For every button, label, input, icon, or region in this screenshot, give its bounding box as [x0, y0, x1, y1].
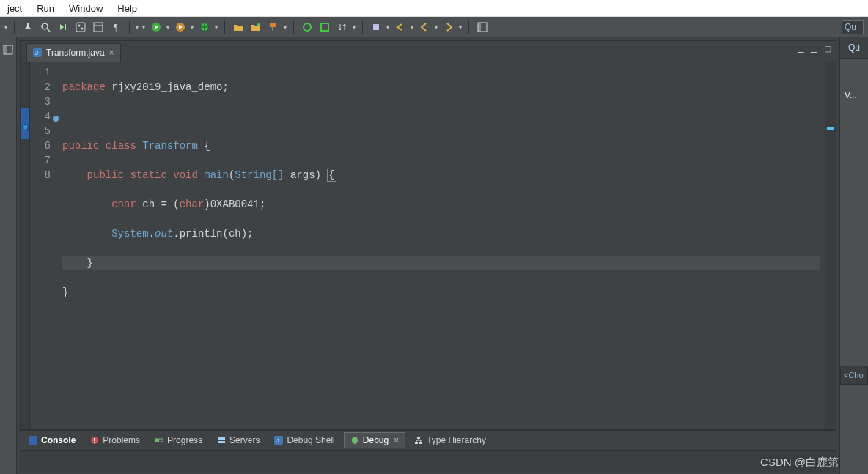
svg-rect-32 — [218, 437, 225, 440]
svg-text:J: J — [35, 50, 38, 56]
tab-label: Debug Shell — [287, 435, 334, 445]
menu-item-project[interactable]: ject — [0, 1, 29, 15]
chevron-down-icon[interactable]: ▾ — [3, 21, 8, 34]
java-file-icon: J — [33, 48, 42, 57]
forward-icon[interactable] — [441, 20, 456, 34]
chevron-down-icon[interactable]: ▾ — [282, 21, 287, 34]
view-label[interactable]: V... — [845, 90, 857, 100]
code-area[interactable]: package rjxy2019_java_demo; public class… — [55, 62, 825, 429]
svg-rect-37 — [417, 437, 420, 439]
menu-item-window[interactable]: Window — [62, 1, 110, 15]
left-trim — [0, 37, 17, 474]
tab-debug[interactable]: Debug × — [344, 432, 405, 448]
tab-label: Servers — [229, 435, 260, 445]
paint-icon[interactable] — [266, 20, 281, 34]
line-number-column: 1 2 3 4 5 6 7 8 — [30, 62, 55, 429]
debug-icon[interactable] — [197, 20, 212, 34]
wizard-icon[interactable] — [369, 20, 383, 34]
chevron-down-icon[interactable]: ▾ — [189, 21, 194, 34]
restore-view-icon[interactable] — [3, 45, 13, 55]
chevron-down-icon[interactable]: ▾ — [457, 21, 463, 34]
paragraph-icon[interactable]: ¶ — [108, 20, 123, 34]
circle-icon[interactable] — [300, 20, 315, 34]
line-number: 6 — [30, 138, 51, 153]
svg-rect-17 — [321, 23, 328, 31]
svg-rect-6 — [94, 23, 103, 32]
overview-ruler[interactable] — [825, 62, 836, 429]
svg-rect-28 — [94, 438, 95, 441]
chevron-down-icon[interactable]: ▾ — [213, 21, 218, 34]
back-icon[interactable] — [417, 20, 432, 34]
line-number: 3 — [30, 95, 51, 109]
menu-item-help[interactable]: Help — [110, 1, 144, 15]
editor-pane: J Transform.java × ▁ ▁ ▢ 1 2 — [20, 40, 836, 430]
progress-icon — [155, 436, 163, 445]
run-icon[interactable] — [149, 20, 163, 34]
line-number: 8 — [30, 168, 51, 182]
svg-rect-15 — [272, 27, 273, 31]
debug-shell-icon: J — [274, 436, 283, 445]
svg-rect-2 — [65, 24, 66, 30]
tab-debug-shell[interactable]: J Debug Shell — [268, 433, 340, 448]
tab-label: Progress — [167, 435, 202, 445]
quick-access[interactable]: Qu — [840, 37, 868, 59]
chevron-down-icon[interactable]: ▾ — [351, 21, 356, 34]
editor-body[interactable]: 1 2 3 4 5 6 7 8 package rjxy2019_java_de… — [21, 62, 836, 429]
svg-point-13 — [257, 23, 260, 26]
menu-item-run[interactable]: Run — [29, 1, 62, 15]
tab-type-hierarchy[interactable]: Type Hierarchy — [408, 433, 492, 448]
sort-icon[interactable] — [335, 20, 350, 34]
close-icon[interactable]: × — [109, 48, 114, 58]
close-icon[interactable]: × — [394, 435, 399, 445]
svg-rect-38 — [415, 442, 418, 444]
overview-mark — [827, 127, 834, 130]
tab-label: Console — [41, 435, 76, 445]
line-number: 4 — [30, 109, 51, 124]
folder-new-icon[interactable] — [249, 20, 263, 34]
tab-servers[interactable]: Servers — [211, 433, 265, 448]
tab-progress[interactable]: Progress — [149, 433, 208, 448]
layout-icon[interactable] — [91, 20, 106, 34]
chevron-down-icon[interactable]: ▾ — [141, 21, 146, 34]
servers-icon — [217, 436, 226, 445]
quick-search-input[interactable]: Qu — [842, 20, 864, 34]
pin-icon[interactable] — [21, 20, 35, 34]
svg-rect-26 — [29, 436, 37, 445]
svg-rect-18 — [373, 24, 379, 30]
folder-icon[interactable] — [231, 20, 246, 34]
editor-tab-transform[interactable]: J Transform.java × — [26, 43, 121, 62]
svg-point-16 — [304, 23, 311, 31]
chevron-down-icon[interactable]: ▾ — [134, 21, 139, 34]
chevron-down-icon[interactable]: ▾ — [409, 21, 414, 34]
bottom-panel-body[interactable] — [20, 451, 836, 472]
editor-tab-label: Transform.java — [46, 48, 105, 58]
maximize-icon[interactable]: ▢ — [824, 44, 831, 53]
chevron-down-icon[interactable]: ▾ — [385, 21, 390, 34]
min2-icon[interactable]: ▁ — [811, 44, 817, 53]
outline-dropdown[interactable]: <Cho — [840, 366, 868, 385]
run-last-icon[interactable] — [173, 20, 188, 34]
tab-console[interactable]: Console — [23, 433, 81, 448]
center-column: J Transform.java × ▁ ▁ ▢ 1 2 — [17, 37, 839, 474]
svg-point-4 — [78, 25, 81, 27]
chevron-down-icon[interactable]: ▾ — [165, 21, 170, 34]
skip-icon[interactable] — [56, 20, 70, 34]
editor-tabs: J Transform.java × ▁ ▁ ▢ — [21, 41, 836, 62]
tab-label: Problems — [103, 435, 140, 445]
main-toolbar: ▾ ¶ ▾ ▾ ▾ ▾ ▾ ▾ ▾ ▾ ▾ ▾ ▾ Qu — [0, 17, 868, 37]
svg-rect-22 — [4, 45, 7, 54]
chevron-down-icon[interactable]: ▾ — [433, 21, 438, 34]
breakpoints-icon[interactable] — [73, 20, 88, 34]
svg-rect-39 — [419, 442, 422, 444]
tab-problems[interactable]: Problems — [84, 433, 146, 448]
workbench-area: J Transform.java × ▁ ▁ ▢ 1 2 — [0, 37, 868, 474]
minimize-icon[interactable]: ▁ — [798, 44, 803, 53]
breakpoint-icon[interactable] — [22, 124, 29, 130]
svg-point-36 — [352, 437, 358, 444]
hierarchy-icon — [414, 436, 423, 445]
box-icon[interactable] — [317, 20, 332, 34]
tab-label: Debug — [363, 435, 389, 445]
undo-icon[interactable] — [393, 20, 408, 34]
search-icon[interactable] — [38, 20, 53, 34]
perspective-icon[interactable] — [475, 20, 490, 34]
